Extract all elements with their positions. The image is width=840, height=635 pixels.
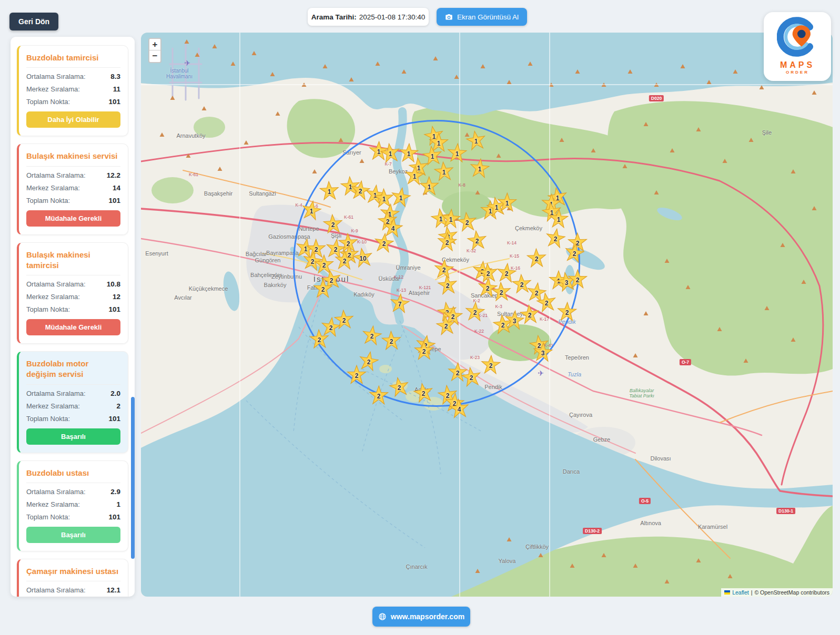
search-date-value: 2025-01-08 17:30:40	[359, 13, 425, 21]
rank-star-marker[interactable]: 7	[388, 292, 411, 315]
stat-label: Toplam Nokta:	[26, 415, 70, 423]
attribution-separator: |	[751, 589, 753, 596]
zoom-in-button[interactable]: +	[149, 39, 160, 50]
keyword-card: Buzdolabı ustasıOrtalama Sıralama:2.9Mer…	[17, 460, 128, 551]
take-screenshot-button[interactable]: Ekran Görüntüsü Al	[437, 8, 527, 26]
status-badge: Müdahale Gerekli	[26, 210, 120, 227]
stat-value: 8.3	[110, 73, 120, 80]
stat-label: Merkez Sıralama:	[26, 402, 80, 410]
website-label: www.mapsorder.com	[391, 612, 464, 621]
stat-value: 12	[113, 293, 120, 301]
rank-star-marker[interactable]: 2	[465, 229, 489, 252]
stat-label: Ortalama Sıralama:	[26, 280, 86, 288]
rank-star-marker[interactable]: 2	[562, 241, 586, 265]
take-screenshot-label: Ekran Görüntüsü Al	[457, 13, 519, 21]
stat-label: Ortalama Sıralama:	[26, 586, 86, 594]
map-canvas[interactable]: + − ArnavutköyBaşakşehirSultangaziEsenyu…	[141, 33, 833, 597]
sidebar-scrollbar[interactable]	[131, 397, 135, 559]
keyword-title: Buzdolabı motor değişim servisi	[26, 359, 120, 385]
stat-label: Toplam Nokta:	[26, 305, 70, 313]
osm-attribution-text: © OpenStreetMap contributors	[754, 589, 829, 596]
stat-label: Toplam Nokta:	[26, 197, 70, 204]
rank-star-marker[interactable]: 2	[411, 381, 436, 405]
rank-star-marker[interactable]: 2	[480, 354, 502, 376]
stat-value: 101	[108, 98, 120, 106]
rank-star-marker[interactable]: 1	[497, 192, 518, 213]
ukraine-flag-icon	[724, 590, 730, 595]
globe-icon	[378, 612, 387, 621]
stat-label: Merkez Sıralama:	[26, 500, 80, 508]
stat-label: Merkez Sıralama:	[26, 184, 80, 192]
maps-order-logo-icon	[777, 16, 818, 59]
stat-value: 101	[108, 415, 120, 423]
rank-star-marker[interactable]: 1	[419, 176, 440, 197]
stat-value: 2.9	[110, 488, 120, 496]
stat-label: Merkez Sıralama:	[26, 85, 80, 93]
search-date-label: Arama Tarihi:	[311, 13, 357, 21]
camera-icon	[445, 13, 453, 21]
stat-label: Ortalama Sıralama:	[26, 488, 86, 496]
rank-star-marker[interactable]: 1	[299, 198, 323, 222]
keyword-title: Çamaşır makinesi ustası	[26, 566, 120, 581]
stat-value: 101	[108, 305, 120, 313]
status-badge: Müdahale Gerekli	[26, 319, 120, 335]
stat-value: 10.8	[107, 280, 120, 288]
rank-star-marker[interactable]: 2	[556, 301, 578, 322]
rank-star-marker[interactable]: 2	[380, 330, 402, 351]
rank-star-marker[interactable]: 2	[372, 231, 396, 255]
keyword-title: Buzdolabı ustası	[26, 468, 120, 483]
search-date: Arama Tarihi: 2025-01-08 17:30:40	[308, 8, 429, 26]
rank-star-marker[interactable]: 2	[490, 281, 512, 303]
map-zoom-control: + −	[148, 38, 161, 63]
keyword-title: Bulaşık makinesi servisi	[26, 151, 120, 166]
rank-star-marker[interactable]: 2	[387, 375, 411, 399]
keyword-card: Buzdolabı motor değişim servisiOrtalama …	[17, 351, 128, 453]
keyword-card: Bulaşık makinesi servisiOrtalama Sıralam…	[17, 144, 128, 234]
status-badge: Başarılı	[26, 428, 120, 445]
stat-label: Toplam Nokta:	[26, 98, 70, 106]
rank-star-marker[interactable]: 2	[464, 301, 487, 323]
rank-star-marker[interactable]: 2	[346, 364, 367, 385]
logo-title: MAPS	[780, 60, 815, 70]
logo-subtitle: ORDER	[786, 70, 809, 75]
back-button[interactable]: Geri Dön	[9, 13, 58, 30]
keyword-card: Buzdolabı tamircisiOrtalama Sıralama:8.3…	[17, 45, 128, 136]
stat-value: 12.1	[107, 586, 120, 594]
rank-star-marker[interactable]: 2	[322, 213, 345, 235]
rank-star-marker[interactable]: 2	[434, 314, 458, 337]
website-button[interactable]: www.mapsorder.com	[372, 607, 470, 627]
keyword-card: Bulaşık makinesi tamircisiOrtalama Sıral…	[17, 242, 128, 344]
rank-star-marker[interactable]: 2	[436, 273, 459, 296]
stat-label: Ortalama Sıralama:	[26, 171, 86, 179]
rank-star-marker[interactable]: 2	[567, 269, 589, 290]
basemap	[141, 33, 833, 597]
stat-label: Ortalama Sıralama:	[26, 73, 86, 80]
status-badge: Başarılı	[26, 527, 120, 543]
rank-star-marker[interactable]: 2	[413, 340, 435, 362]
rank-star-marker[interactable]: 2	[525, 247, 547, 269]
stat-value: 101	[108, 513, 120, 521]
maps-order-logo: MAPS ORDER	[764, 12, 831, 81]
keyword-title: Bulaşık makinesi tamircisi	[26, 250, 120, 276]
rank-star-marker[interactable]: 4	[448, 397, 470, 419]
keyword-panel: Buzdolabı tamircisiOrtalama Sıralama:8.3…	[11, 37, 135, 597]
stat-value: 101	[108, 197, 120, 204]
map-attribution: Leaflet | © OpenStreetMap contributors	[721, 588, 833, 597]
rank-star-marker[interactable]: 3	[532, 341, 554, 364]
stat-value: 2	[116, 402, 120, 410]
stat-value: 12.2	[107, 171, 120, 179]
keyword-title: Buzdolabı tamircisi	[26, 53, 120, 68]
rank-star-marker[interactable]: 1	[318, 180, 340, 202]
stat-label: Merkez Sıralama:	[26, 293, 80, 301]
zoom-out-button[interactable]: −	[149, 50, 160, 62]
rank-star-marker[interactable]: 2	[368, 385, 390, 406]
rank-star-marker[interactable]: 2	[518, 303, 541, 325]
leaflet-link[interactable]: Leaflet	[732, 589, 749, 596]
rank-star-marker[interactable]: 2	[333, 249, 355, 271]
rank-star-marker[interactable]: 1	[468, 157, 491, 180]
rank-star-marker[interactable]: 2	[436, 231, 458, 253]
rank-star-marker[interactable]: 2	[308, 328, 330, 350]
stat-value: 2.0	[110, 390, 120, 397]
stat-label: Toplam Nokta:	[26, 513, 70, 521]
rank-star-marker[interactable]: 2	[312, 278, 334, 300]
